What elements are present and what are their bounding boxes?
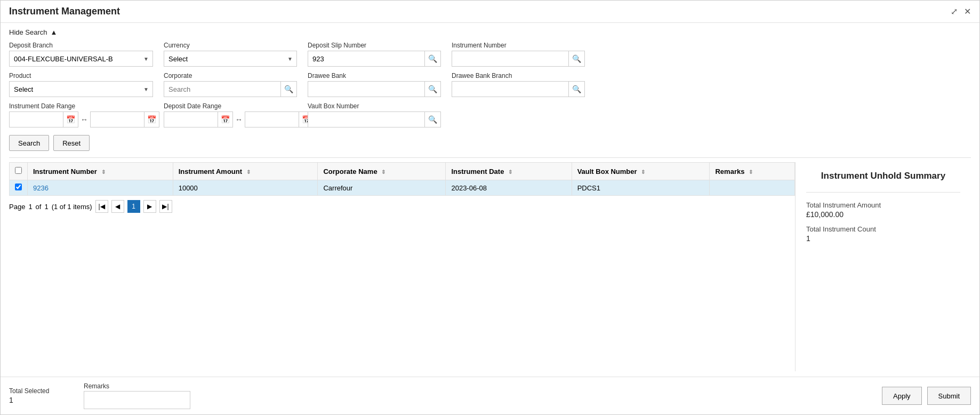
instrument-date-to-wrap: 📅: [90, 111, 159, 127]
currency-select-wrap: Select: [164, 51, 297, 67]
date-range-arrow-2: ↔: [235, 115, 243, 124]
search-button[interactable]: Search: [9, 135, 49, 151]
col-instrument-amount-label: Instrument Amount: [179, 167, 242, 175]
drawee-bank-branch-search-icon[interactable]: 🔍: [568, 81, 584, 97]
total-selected-section: Total Selected 1: [9, 387, 73, 404]
instrument-date-range-label: Instrument Date Range: [9, 102, 153, 110]
col-instrument-number-label: Instrument Number: [33, 167, 97, 175]
row-remarks-cell: [710, 180, 795, 196]
reset-button[interactable]: Reset: [53, 135, 90, 151]
deposit-branch-select[interactable]: 004-FLEXCUBE-UNIVERSAL-B: [9, 51, 153, 67]
page-1-btn[interactable]: 1: [127, 200, 140, 213]
row-checkbox-cell: [10, 180, 28, 196]
col-remarks-sort[interactable]: ⇕: [749, 169, 753, 175]
pagination: Page 1 of 1 (1 of 1 items) |◀ ◀ 1 ▶ ▶|: [9, 196, 795, 217]
currency-select[interactable]: Select: [164, 51, 297, 67]
row-instrument-amount-cell: 10000: [173, 180, 318, 196]
deposit-slip-input[interactable]: 923: [308, 51, 424, 66]
product-label: Product: [9, 72, 153, 79]
total-selected-label: Total Selected: [9, 387, 73, 395]
table-header: Instrument Number ⇕ Instrument Amount ⇕ …: [10, 163, 795, 180]
product-select[interactable]: Select: [9, 81, 153, 97]
drawee-bank-branch-input[interactable]: [452, 82, 568, 97]
drawee-bank-branch-label: Drawee Bank Branch: [452, 72, 585, 79]
col-instrument-number-sort[interactable]: ⇕: [101, 169, 106, 175]
header-icons: ⤢ ✕: [951, 6, 971, 17]
deposit-date-from-calendar-icon[interactable]: 📅: [218, 112, 232, 127]
instrument-date-range-field: Instrument Date Range 📅 ↔ 📅: [9, 102, 153, 127]
first-page-btn[interactable]: |◀: [95, 200, 108, 213]
hide-search-toggle[interactable]: Hide Search ▲: [9, 28, 971, 36]
summary-total-count-label: Total Instrument Count: [806, 225, 876, 233]
search-row-3: Instrument Date Range 📅 ↔ 📅: [9, 102, 971, 127]
deposit-date-to-wrap: 📅: [245, 111, 314, 127]
instrument-number-search-label: Instrument Number: [452, 42, 585, 49]
deposit-date-from[interactable]: [164, 116, 218, 124]
instrument-date-to-calendar-icon[interactable]: 📅: [144, 112, 159, 127]
deposit-branch-label: Deposit Branch: [9, 42, 153, 49]
deposit-date-range-label: Deposit Date Range: [164, 102, 297, 110]
summary-total-amount: Total Instrument Amount £10,000.00: [806, 201, 960, 219]
footer: Total Selected 1 Remarks Apply Submit: [1, 377, 979, 414]
vault-box-number-search-icon[interactable]: 🔍: [424, 111, 440, 127]
drawee-bank-field: Drawee Bank 🔍: [308, 72, 441, 97]
drawee-bank-search-icon[interactable]: 🔍: [424, 81, 440, 97]
vault-box-number-label: Vault Box Number: [308, 102, 441, 110]
table-section: Instrument Number ⇕ Instrument Amount ⇕ …: [9, 162, 971, 371]
currency-field: Currency Select: [164, 42, 297, 67]
last-page-btn[interactable]: ▶|: [159, 200, 172, 213]
summary-total-count-value: 1: [806, 234, 960, 243]
col-instrument-date-sort[interactable]: ⇕: [508, 169, 512, 175]
row-instrument-number-cell: 9236: [28, 180, 173, 196]
summary-total-count: Total Instrument Count 1: [806, 225, 960, 243]
col-instrument-date: Instrument Date ⇕: [446, 163, 572, 180]
row-instrument-number-link[interactable]: 9236: [33, 184, 49, 192]
page-label: Page: [9, 203, 25, 211]
summary-title: Instrument Unhold Summary: [806, 171, 960, 181]
col-instrument-amount: Instrument Amount ⇕: [173, 163, 318, 180]
instrument-management-modal: Instrument Management ⤢ ✕ Hide Search ▲ …: [0, 0, 980, 415]
col-instrument-amount-sort[interactable]: ⇕: [246, 169, 251, 175]
apply-button[interactable]: Apply: [882, 387, 922, 405]
corporate-field: Corporate 🔍: [164, 72, 297, 97]
close-icon[interactable]: ✕: [964, 6, 971, 17]
instrument-date-from-calendar-icon[interactable]: 📅: [63, 112, 78, 127]
deposit-branch-select-wrap: 004-FLEXCUBE-UNIVERSAL-B: [9, 51, 153, 67]
expand-icon[interactable]: ⤢: [951, 6, 958, 17]
modal-body: Hide Search ▲ Deposit Branch 004-FLEXCUB…: [1, 23, 979, 377]
instrument-number-search-icon[interactable]: 🔍: [568, 51, 584, 67]
instrument-number-search-wrap: 🔍: [452, 51, 585, 67]
summary-divider: [806, 192, 960, 193]
submit-button[interactable]: Submit: [927, 387, 971, 405]
product-select-wrap: Select: [9, 81, 153, 97]
deposit-slip-search-icon[interactable]: 🔍: [424, 51, 440, 67]
date-range-arrow-1: ↔: [81, 115, 88, 124]
drawee-bank-branch-field: Drawee Bank Branch 🔍: [452, 72, 585, 97]
col-vault-box-number-sort[interactable]: ⇕: [641, 169, 645, 175]
next-page-btn[interactable]: ▶: [143, 200, 156, 213]
col-corporate-name: Corporate Name ⇕: [318, 163, 446, 180]
select-all-checkbox[interactable]: [15, 167, 22, 174]
footer-actions: Apply Submit: [882, 387, 971, 405]
vault-box-number-input[interactable]: [308, 112, 424, 127]
deposit-date-from-wrap: 📅: [164, 111, 233, 127]
table-row: 9236 10000 Carrefour 2023-06-08 PDCS1: [10, 180, 795, 196]
deposit-date-to[interactable]: [245, 116, 299, 124]
drawee-bank-branch-input-wrap: 🔍: [452, 81, 585, 97]
corporate-search-icon[interactable]: 🔍: [280, 81, 296, 97]
instrument-number-search-input[interactable]: [452, 51, 568, 66]
footer-remarks-input[interactable]: [84, 391, 190, 409]
summary-total-amount-value: £10,000.00: [806, 210, 960, 219]
instrument-date-from[interactable]: [10, 116, 63, 124]
instrument-number-search-field: Instrument Number 🔍: [452, 42, 585, 67]
deposit-slip-label: Deposit Slip Number: [308, 42, 441, 49]
footer-remarks-section: Remarks: [84, 382, 871, 409]
summary-total-amount-label: Total Instrument Amount: [806, 201, 881, 209]
row-checkbox[interactable]: [15, 183, 22, 190]
corporate-input[interactable]: [164, 82, 280, 97]
drawee-bank-input[interactable]: [308, 82, 424, 97]
instrument-date-to[interactable]: [91, 116, 144, 124]
prev-page-btn[interactable]: ◀: [111, 200, 124, 213]
search-row-1: Deposit Branch 004-FLEXCUBE-UNIVERSAL-B …: [9, 42, 971, 67]
col-corporate-name-sort[interactable]: ⇕: [381, 169, 385, 175]
